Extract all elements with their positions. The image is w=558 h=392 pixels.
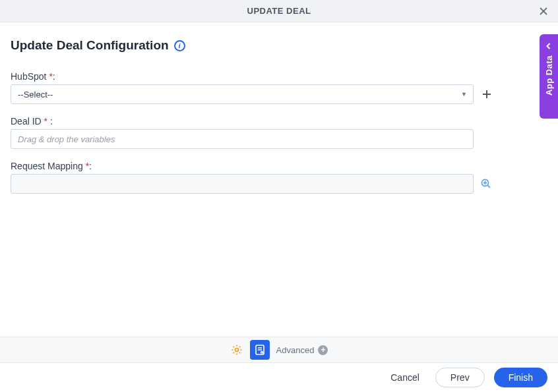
request-mapping-label: Request Mapping *: [11, 161, 547, 171]
document-icon: c [254, 344, 266, 356]
close-button[interactable] [537, 5, 550, 18]
add-hubspot-button[interactable] [480, 88, 493, 101]
request-mapping-label-text: Request Mapping [11, 161, 86, 171]
page-title-row: Update Deal Configuration i [11, 38, 547, 53]
prev-button[interactable]: Prev [435, 368, 485, 387]
document-button[interactable]: c [250, 340, 270, 360]
dealid-field-group: Deal ID * : [11, 116, 547, 149]
gear-icon [230, 343, 243, 356]
dialog-content: Update Deal Configuration i HubSpot *: -… [0, 22, 558, 216]
toolbar: c Advanced + [0, 337, 558, 363]
svg-point-8 [235, 349, 238, 352]
advanced-label-text: Advanced [276, 345, 315, 355]
request-mapping-field-row [11, 174, 547, 194]
label-colon: : [47, 116, 53, 126]
dialog-title: UPDATE DEAL [247, 6, 311, 16]
label-colon: : [53, 71, 55, 82]
label-colon: : [89, 161, 92, 171]
request-mapping-field-group: Request Mapping *: [11, 161, 547, 194]
plus-circle-icon: + [318, 345, 328, 355]
dealid-label-text: Deal ID [11, 116, 44, 126]
svg-text:c: c [261, 352, 263, 354]
close-icon [538, 6, 549, 16]
request-mapping-search-button[interactable] [480, 178, 492, 190]
page-title: Update Deal Configuration [11, 38, 169, 53]
dealid-label: Deal ID * : [11, 116, 547, 126]
hubspot-field-group: HubSpot *: --Select-- [11, 71, 547, 104]
dialog-footer: Cancel Prev Finish [0, 363, 558, 392]
settings-button[interactable] [230, 343, 243, 356]
request-mapping-input[interactable] [11, 174, 474, 194]
info-icon[interactable]: i [174, 40, 185, 51]
hubspot-field-row: --Select-- [11, 84, 547, 104]
svg-line-5 [488, 186, 491, 188]
advanced-button[interactable]: Advanced + [276, 345, 328, 355]
hubspot-select-wrapper: --Select-- [11, 84, 474, 104]
dialog-header: UPDATE DEAL [0, 0, 558, 22]
magnify-icon [480, 178, 492, 190]
hubspot-selected-value: --Select-- [18, 90, 53, 99]
cancel-button[interactable]: Cancel [384, 368, 426, 387]
hubspot-label: HubSpot *: [11, 71, 547, 82]
plus-icon [481, 89, 492, 99]
dealid-input[interactable] [11, 129, 474, 149]
app-data-side-tab[interactable]: App Data [540, 34, 558, 119]
hubspot-select[interactable]: --Select-- [11, 84, 474, 104]
finish-button[interactable]: Finish [494, 368, 547, 387]
chevron-left-icon [545, 41, 552, 51]
hubspot-label-text: HubSpot [11, 71, 49, 82]
side-tab-label: App Data [544, 55, 554, 96]
